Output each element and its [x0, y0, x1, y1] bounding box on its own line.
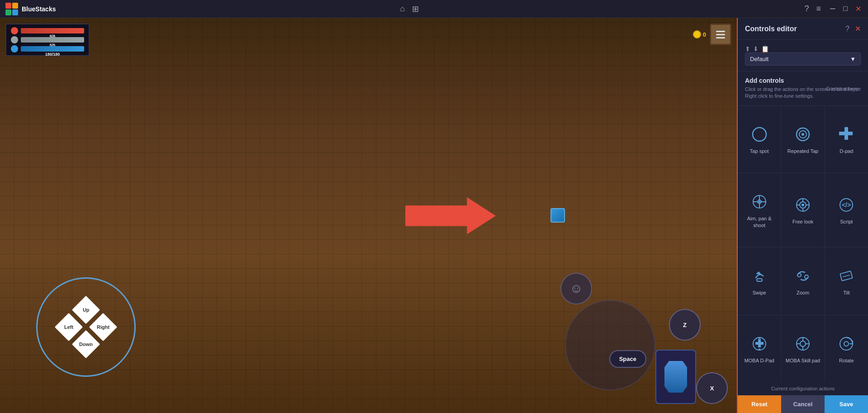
- hp-bar-wrap: 6/6: [21, 28, 84, 33]
- mana-icon: [11, 45, 18, 52]
- panel-header: Controls editor ? ✕: [738, 18, 868, 40]
- control-repeated-tap[interactable]: Repeated Tap: [781, 106, 824, 173]
- cancel-button[interactable]: Cancel: [781, 395, 825, 413]
- x-button[interactable]: X: [696, 372, 728, 404]
- repeated-tap-icon: [793, 124, 813, 144]
- svg-text:</>: </>: [842, 201, 851, 209]
- dpad-label: D-pad: [840, 148, 853, 154]
- tap-spot-label: Tap spot: [750, 148, 769, 154]
- joystick-large[interactable]: [565, 300, 655, 390]
- free-look-label: Free look: [792, 218, 813, 225]
- controls-grid: Tap spot Repeated Tap: [738, 106, 868, 382]
- close-button[interactable]: ✕: [854, 5, 863, 13]
- moba-dpad-label: MOBA D-Pad: [745, 357, 774, 364]
- aim-pan-shoot-label: Aim, pan & shoot: [741, 215, 777, 228]
- help-icon[interactable]: ?: [804, 4, 809, 14]
- sp-bar-wrap: 180/180: [21, 46, 84, 52]
- panel-help-icon[interactable]: ?: [845, 25, 849, 33]
- control-moba-skill[interactable]: MOBA Skill pad: [781, 315, 824, 382]
- scheme-upload-button[interactable]: ⬆: [745, 45, 750, 52]
- rotate-icon: [836, 334, 856, 354]
- tilt-icon: [836, 266, 856, 286]
- footer-buttons: Reset Cancel Save: [738, 395, 868, 413]
- control-tap-spot[interactable]: Tap spot: [738, 106, 781, 173]
- scheme-dropdown[interactable]: Default ▼: [745, 52, 861, 66]
- control-moba-dpad[interactable]: MOBA D-Pad: [738, 315, 781, 382]
- scheme-section: Control scheme ⬆ ⬇ 📋 Default ▼: [738, 40, 868, 71]
- control-swipe[interactable]: Swipe: [738, 247, 781, 314]
- swipe-label: Swipe: [753, 290, 766, 296]
- swipe-icon: [749, 266, 769, 286]
- x-label: X: [710, 385, 714, 392]
- script-label: Script: [840, 218, 853, 225]
- control-tilt[interactable]: Tilt: [825, 247, 868, 314]
- space-button[interactable]: Space: [609, 350, 646, 368]
- dpad-left-label: Left: [64, 324, 73, 330]
- minimize-button[interactable]: ─: [828, 5, 837, 13]
- home-icon[interactable]: ⌂: [400, 4, 405, 14]
- dpad-right-button[interactable]: Right: [89, 313, 117, 341]
- dpad-right-label: Right: [97, 324, 109, 330]
- smiley-button[interactable]: ☺: [560, 273, 592, 304]
- main-layout: 6/6 5/5 180/180: [0, 18, 868, 413]
- coin-icon: [693, 30, 701, 38]
- game-menu-button[interactable]: [710, 24, 731, 45]
- dpad-up-label: Up: [83, 307, 90, 313]
- hp-bar-row: 6/6: [11, 27, 84, 34]
- zoom-icon: [793, 266, 813, 286]
- scheme-download-button[interactable]: ⬇: [753, 45, 759, 52]
- dpad-circle[interactable]: Up Down Left Right: [36, 277, 136, 377]
- panel-title: Controls editor: [745, 25, 797, 33]
- svg-point-8: [802, 133, 804, 136]
- skill-button[interactable]: [655, 350, 696, 404]
- panel-header-icons: ? ✕: [845, 24, 861, 33]
- control-free-look[interactable]: Free look: [781, 173, 824, 247]
- bluestacks-logo: [5, 3, 18, 15]
- tilt-label: Tilt: [843, 290, 849, 296]
- repeated-tap-label: Repeated Tap: [787, 148, 818, 154]
- reset-button[interactable]: Reset: [738, 395, 781, 413]
- control-rotate[interactable]: Rotate: [825, 315, 868, 382]
- dpad-container: Up Down Left Right: [36, 277, 136, 377]
- svg-rect-2: [5, 9, 11, 15]
- add-controls-title: Add controls: [745, 77, 861, 84]
- svg-rect-1: [12, 3, 18, 9]
- footer-label: Current configuration actions: [738, 382, 868, 395]
- svg-point-23: [797, 273, 801, 277]
- blue-item-pickup: [550, 208, 565, 223]
- control-dpad[interactable]: D-pad: [825, 106, 868, 173]
- hud-panel: 6/6 5/5 180/180: [5, 24, 90, 56]
- scheme-share-button[interactable]: 📋: [761, 45, 769, 52]
- title-bar-nav-icons: ⌂ ⊞: [400, 4, 419, 14]
- mp-bar-wrap: 5/5: [21, 37, 84, 43]
- control-zoom[interactable]: Zoom: [781, 247, 824, 314]
- control-script[interactable]: </> Script: [825, 173, 868, 247]
- sp-bar-fill: [21, 46, 84, 52]
- coin-display: 0: [693, 30, 706, 38]
- red-arrow: [405, 193, 496, 238]
- app-name: BlueStacks: [22, 5, 400, 13]
- free-look-icon: [793, 195, 813, 215]
- svg-point-35: [844, 342, 849, 346]
- chevron-down-icon: ▼: [850, 56, 856, 62]
- menu-icon[interactable]: ≡: [816, 4, 821, 14]
- save-button[interactable]: Save: [825, 395, 868, 413]
- panel-close-icon[interactable]: ✕: [855, 24, 861, 33]
- window-icon[interactable]: ⊞: [412, 4, 419, 14]
- sp-text: 180/180: [21, 52, 84, 57]
- svg-marker-4: [405, 197, 496, 234]
- svg-point-29: [800, 341, 806, 347]
- control-aim-pan-shoot[interactable]: Aim, pan & shoot: [738, 173, 781, 247]
- maximize-button[interactable]: □: [841, 5, 850, 13]
- dpad-cross: Up Down Left Right: [59, 300, 113, 354]
- mp-bar-row: 5/5: [11, 36, 84, 43]
- moba-skill-icon: [793, 334, 813, 354]
- title-bar: BlueStacks ⌂ ⊞ ? ≡ ─ □ ✕: [0, 0, 868, 18]
- z-button[interactable]: Z: [669, 309, 701, 341]
- mp-bar-fill: [21, 37, 84, 43]
- dpad-down-button[interactable]: Down: [72, 330, 100, 358]
- mp-bar-bg: [21, 37, 84, 43]
- z-label: Z: [683, 322, 687, 328]
- scheme-label: Control scheme: [826, 86, 861, 91]
- aim-pan-shoot-icon: [749, 192, 769, 212]
